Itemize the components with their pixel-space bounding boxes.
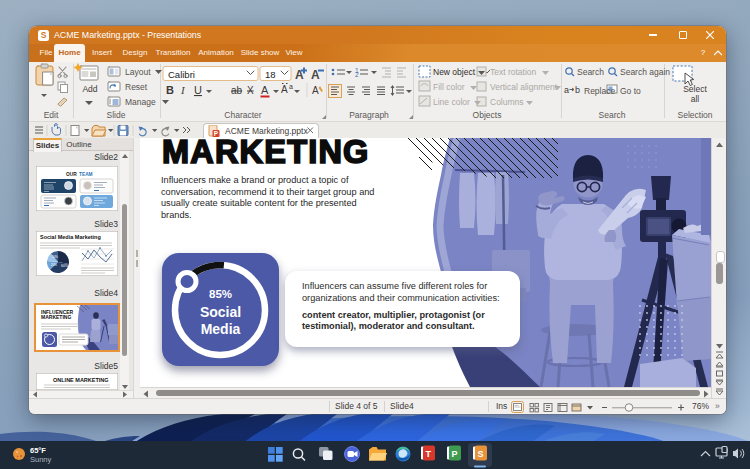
svg-text:S: S [478, 449, 484, 459]
svg-text:TEAM: TEAM [79, 172, 93, 177]
svg-text:P: P [214, 130, 219, 137]
svg-text:Social Media Marketing: Social Media Marketing [40, 234, 101, 240]
svg-text:a: a [564, 85, 569, 95]
svg-text:2: 2 [355, 71, 359, 78]
svg-text:I: I [180, 84, 186, 96]
svg-text:ONLINE MARKETING: ONLINE MARKETING [53, 377, 109, 383]
svg-text:OUR: OUR [66, 172, 77, 177]
svg-text:A: A [312, 85, 319, 96]
svg-text:a: a [289, 83, 293, 90]
svg-text:B: B [166, 84, 174, 96]
svg-text:ab: ab [231, 85, 243, 96]
svg-text:60%: 60% [61, 264, 68, 268]
svg-text:b: b [575, 85, 580, 95]
svg-text:P: P [452, 449, 458, 459]
svg-text:Sunny: Sunny [30, 455, 52, 464]
svg-text:U: U [194, 84, 202, 96]
svg-text:T: T [426, 449, 432, 459]
svg-text:MARKETING: MARKETING [41, 314, 71, 320]
svg-text:A: A [261, 84, 269, 96]
svg-text:10%: 10% [52, 255, 58, 259]
svg-text:A: A [281, 84, 288, 95]
svg-text:65°F: 65°F [30, 446, 46, 455]
svg-text:X: X [247, 85, 254, 96]
svg-text:20%: 20% [51, 263, 57, 267]
